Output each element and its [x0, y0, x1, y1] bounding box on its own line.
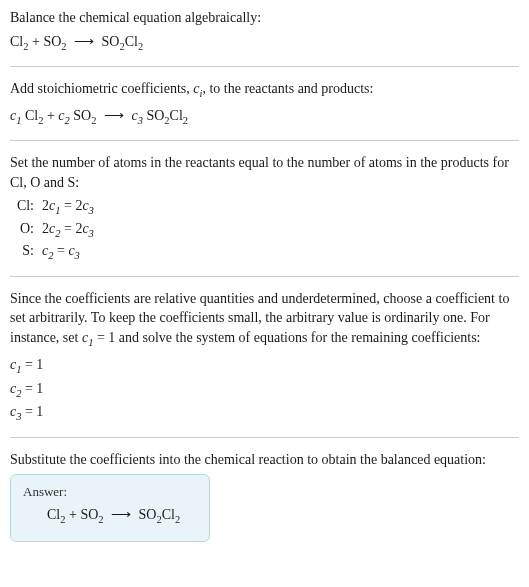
- reactant-cl2: Cl2: [10, 34, 28, 49]
- step5-text: Substitute the coefficients into the che…: [10, 450, 519, 470]
- product-so2cl2: SO2Cl2: [102, 34, 144, 49]
- coefficients-section: Add stoichiometric coefficients, ci, to …: [10, 79, 519, 128]
- arrow-icon: ⟶: [104, 106, 124, 126]
- intro-section: Balance the chemical equation algebraica…: [10, 8, 519, 54]
- divider: [10, 66, 519, 67]
- arrow-icon: ⟶: [111, 505, 131, 525]
- solve-section: Since the coefficients are relative quan…: [10, 289, 519, 425]
- answer-label: Answer:: [23, 483, 197, 501]
- coeff-c1: c1 = 1: [10, 354, 519, 378]
- reactant-so2: SO2: [43, 34, 66, 49]
- substitute-section: Substitute the coefficients into the che…: [10, 450, 519, 542]
- step2-equation: c1 Cl2 + c2 SO2 ⟶ c3 SO2Cl2: [10, 106, 519, 128]
- step2-text: Add stoichiometric coefficients, ci, to …: [10, 79, 519, 101]
- atoms-section: Set the number of atoms in the reactants…: [10, 153, 519, 264]
- coefficient-values: c1 = 1 c2 = 1 c3 = 1: [10, 354, 519, 425]
- intro-text: Balance the chemical equation algebraica…: [10, 8, 519, 28]
- atom-row-cl: Cl: 2c1 = 2c3: [10, 196, 519, 218]
- step4-text: Since the coefficients are relative quan…: [10, 289, 519, 351]
- coeff-c2: c2 = 1: [10, 378, 519, 402]
- divider: [10, 140, 519, 141]
- atom-equations: Cl: 2c1 = 2c3 O: 2c2 = 2c3 S: c2 = c3: [10, 196, 519, 263]
- divider: [10, 276, 519, 277]
- answer-box: Answer: Cl2 + SO2 ⟶ SO2Cl2: [10, 474, 210, 543]
- atom-row-o: O: 2c2 = 2c3: [10, 219, 519, 241]
- answer-equation: Cl2 + SO2 ⟶ SO2Cl2: [23, 505, 197, 527]
- atom-row-s: S: c2 = c3: [10, 241, 519, 263]
- arrow-icon: ⟶: [74, 32, 94, 52]
- intro-equation: Cl2 + SO2 ⟶ SO2Cl2: [10, 32, 519, 54]
- divider: [10, 437, 519, 438]
- coeff-c3: c3 = 1: [10, 401, 519, 425]
- step3-text: Set the number of atoms in the reactants…: [10, 153, 519, 192]
